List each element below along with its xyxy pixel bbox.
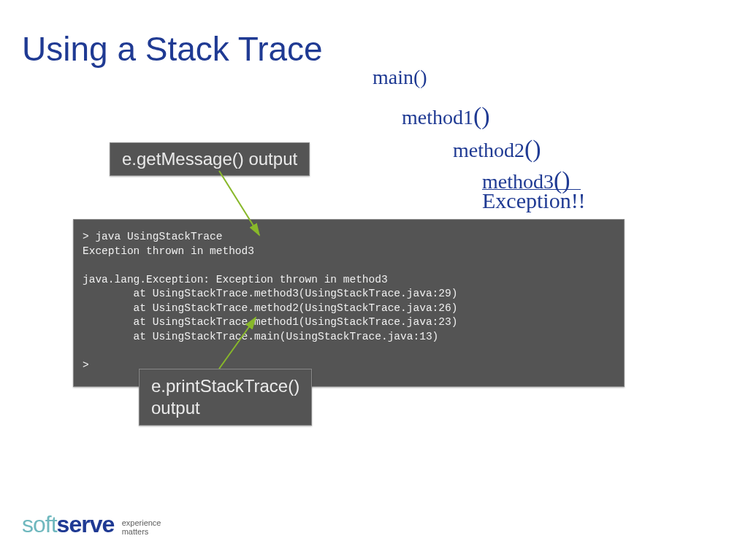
getmessage-label-box: e.getMessage() output	[110, 142, 310, 176]
logo-part2: serve	[57, 511, 115, 537]
callstack-method2: method2()	[453, 135, 541, 163]
softserve-logo: softserve experience matters	[22, 511, 161, 538]
method1-parens: ()	[473, 102, 490, 129]
printstacktrace-label-box: e.printStackTrace() output	[139, 369, 312, 426]
callstack-method1: method1()	[402, 102, 490, 130]
logo-tagline2: matters	[122, 527, 149, 536]
terminal-output: > java UsingStackTrace Exception thrown …	[73, 219, 625, 387]
slide-title: Using a Stack Trace	[22, 29, 323, 69]
logo-tagline: experience matters	[122, 518, 161, 537]
callstack-main: main()	[373, 66, 427, 89]
method2-name: method2	[453, 139, 524, 161]
method2-parens: ()	[524, 135, 541, 162]
logo-tagline1: experience	[122, 518, 161, 527]
logo-part1: soft	[22, 511, 57, 537]
callstack-exception-label: Exception!!	[482, 188, 586, 213]
method1-name: method1	[402, 106, 473, 129]
